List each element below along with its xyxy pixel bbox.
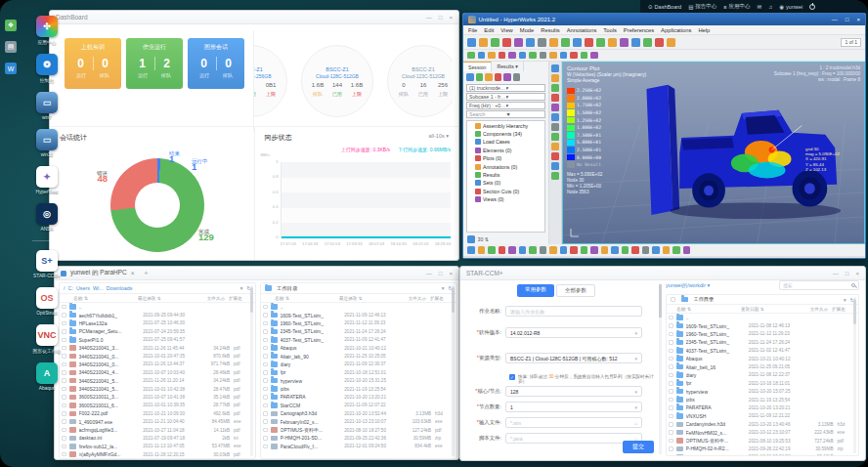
file-row[interactable]: Cartograph3.h3d 2021-10-20 13:52:44 3.13… <box>261 409 456 417</box>
row-checkbox[interactable] <box>62 419 66 424</box>
panel-toolbar-icon[interactable] <box>485 73 493 81</box>
col-ext[interactable]: 扩展名 <box>229 296 250 301</box>
results-toolbar-icon[interactable] <box>631 246 639 254</box>
dashboard-titlebar[interactable]: DashBoard — □ × <box>50 11 458 24</box>
row-checkbox[interactable] <box>263 436 268 441</box>
vertical-toolbar-icon[interactable] <box>551 162 559 170</box>
file-row[interactable]: 2345-Test_STLsim_ 2021-11-24 17:26:24 <box>667 338 858 346</box>
stat-card[interactable]: 作业运行 12 运行排队 <box>126 38 183 89</box>
results-toolbar-icon[interactable] <box>611 246 619 254</box>
results-toolbar-icon[interactable] <box>581 246 588 254</box>
file-row[interactable]: Abaqus 2021-10-21 10:40:12 <box>261 344 456 352</box>
toolbar-icon[interactable] <box>499 52 506 60</box>
breadcrumb[interactable]: /C:UsersWi...Downloads <box>64 285 132 291</box>
results-toolbar-icon[interactable] <box>529 246 537 254</box>
close-button[interactable]: × <box>856 17 860 22</box>
file-row[interactable]: Altair_belt_16 2021-11-25 09:21:05 <box>667 362 858 370</box>
tree-item[interactable]: Assembly Hierarchy <box>468 122 543 130</box>
file-row[interactable]: F002-222.pdf 2021-10-21 10:09:30 492.6kB… <box>60 409 255 417</box>
toolbar-icon[interactable] <box>585 38 593 47</box>
stat-card[interactable]: 图形会话 00 运行排队 <box>188 38 244 89</box>
results-toolbar-icon[interactable] <box>601 246 609 254</box>
file-row[interactable]: diary 2021-11-09 12:30:37 <box>261 361 456 368</box>
maximize-button[interactable]: □ <box>846 271 849 276</box>
row-checkbox[interactable] <box>669 414 673 419</box>
close-button[interactable]: × <box>855 271 859 276</box>
toolbar-icon[interactable] <box>491 38 499 47</box>
row-checkbox[interactable] <box>263 329 268 334</box>
tray-user[interactable]: ◉yunwei <box>779 4 803 10</box>
file-row[interactable]: 1609-Test_STLsim_ 2021-11-08 12:46:13 <box>667 321 858 329</box>
pane-scrollbar[interactable] <box>250 285 253 456</box>
tray-item[interactable]: ≡应用中心 <box>723 3 750 10</box>
job-name-input[interactable]: 请输入作业名称 <box>505 306 642 317</box>
row-checkbox[interactable] <box>263 395 268 400</box>
results-toolbar-icon[interactable] <box>642 246 650 254</box>
corner-icon[interactable]: ▤ <box>5 41 17 53</box>
col-ext[interactable]: 扩展名 <box>832 307 853 312</box>
graphics-viewport[interactable]: Contour Plot W (Velocities) (Scalar μm) … <box>562 62 865 244</box>
tree-item[interactable]: Section Cuts (0) <box>468 188 543 195</box>
input-file-field[interactable]: *.sim⌂ <box>505 417 642 428</box>
dock-item[interactable]: A Abaqus <box>36 362 58 391</box>
file-row[interactable]: FeMNovHM02_s... 2021-10-12 23:10:07 222.… <box>667 428 858 436</box>
file-row[interactable]: 1960-Test_STLsim_ 2021-11-12 11:29:23 <box>667 330 858 338</box>
file-row[interactable]: 3440S210041_0... 2021-10-01 20:47:35 870… <box>60 352 255 360</box>
close-button[interactable]: × <box>449 15 453 21</box>
minimize-button[interactable]: — <box>426 15 432 21</box>
vertical-toolbar-icon[interactable] <box>551 152 559 160</box>
file-row[interactable]: 3600S210011_3... 2021-10-07 10:41:38 35.… <box>60 393 255 401</box>
menu-item[interactable]: Mode <box>520 27 535 33</box>
row-checkbox[interactable] <box>263 419 268 424</box>
results-toolbar-icon[interactable] <box>519 246 527 254</box>
row-checkbox[interactable] <box>263 403 268 408</box>
file-row[interactable]: P-HMQH-02-h-R2... 2021-09-26 22:42:19 30… <box>667 445 858 452</box>
menu-item[interactable]: Applications <box>661 27 691 33</box>
toolbar-icon[interactable] <box>643 38 652 47</box>
results-toolbar-icon[interactable] <box>508 246 516 254</box>
file-row[interactable]: hyperview 2021-10-20 15:07:25 <box>667 388 858 396</box>
results-toolbar-icon[interactable] <box>549 246 557 254</box>
file-row[interactable]: OPTIMUS-资料申... 2021-08-10 19:25:53 727.2… <box>667 437 858 445</box>
vertical-toolbar-icon[interactable] <box>551 143 559 150</box>
toolbar-icon[interactable] <box>549 38 558 47</box>
file-row[interactable]: 4037-Test_STLsim_ 2021-11-02 12:41:47 <box>667 347 858 355</box>
vertical-toolbar-icon[interactable] <box>551 172 559 180</box>
row-checkbox[interactable] <box>62 436 66 441</box>
breadcrumb-segment[interactable]: Wi... <box>93 285 104 291</box>
panel-toolbar-icon[interactable] <box>466 73 474 81</box>
minimize-button[interactable]: — <box>833 271 839 276</box>
tree-item[interactable]: Components (34) <box>468 130 543 138</box>
toolbar-icon[interactable] <box>540 52 547 60</box>
toolbar-icon[interactable] <box>478 52 486 60</box>
col-date[interactable]: 最近修改 ⇅ <box>339 296 398 301</box>
tree-item[interactable]: Plots (0) <box>468 154 543 162</box>
results-toolbar-icon[interactable] <box>652 246 660 254</box>
col-date[interactable]: 最近修改 ⇅ <box>138 296 196 301</box>
row-checkbox[interactable] <box>669 340 673 345</box>
file-row[interactable]: PARATERA 2021-10-20 13:20:21 <box>261 393 456 401</box>
search-input[interactable]: 搜索 <box>779 280 859 290</box>
script-file-field[interactable]: *.java⌂ <box>505 433 642 444</box>
file-row[interactable]: 3440S210041_5... 2021-11-26 11:20:14 34.… <box>60 377 255 385</box>
toolbar-icon[interactable] <box>667 38 675 47</box>
row-checkbox[interactable] <box>669 316 673 320</box>
file-row[interactable]: FebruaryIn02_s... 2021-10-13 23:10:07 10… <box>261 417 456 425</box>
toolbar-icon[interactable] <box>570 52 578 60</box>
row-checkbox[interactable] <box>263 338 268 343</box>
panel-toolbar-icon[interactable] <box>495 73 502 81</box>
pane-scrollbar[interactable] <box>452 285 455 456</box>
row-checkbox[interactable] <box>263 313 268 318</box>
file-row[interactable]: HPLase132a 2021-07-25 10:46:30 <box>60 319 255 327</box>
toolbar-icon[interactable] <box>560 52 568 60</box>
row-checkbox[interactable] <box>669 422 673 427</box>
dock-item[interactable]: OS OptiStruct <box>36 287 58 316</box>
row-checkbox[interactable] <box>669 373 673 378</box>
results-toolbar-icon[interactable] <box>488 246 496 254</box>
results-toolbar-icon[interactable] <box>683 246 691 254</box>
row-checkbox[interactable] <box>669 446 673 451</box>
file-row[interactable]: 1960-Test_STLsim_ 2021-11-12 11:39:23 <box>261 319 456 327</box>
vertical-toolbar-icon[interactable] <box>551 74 559 82</box>
breadcrumb-segment[interactable]: Downloads <box>107 285 133 291</box>
row-checkbox[interactable] <box>669 405 673 410</box>
